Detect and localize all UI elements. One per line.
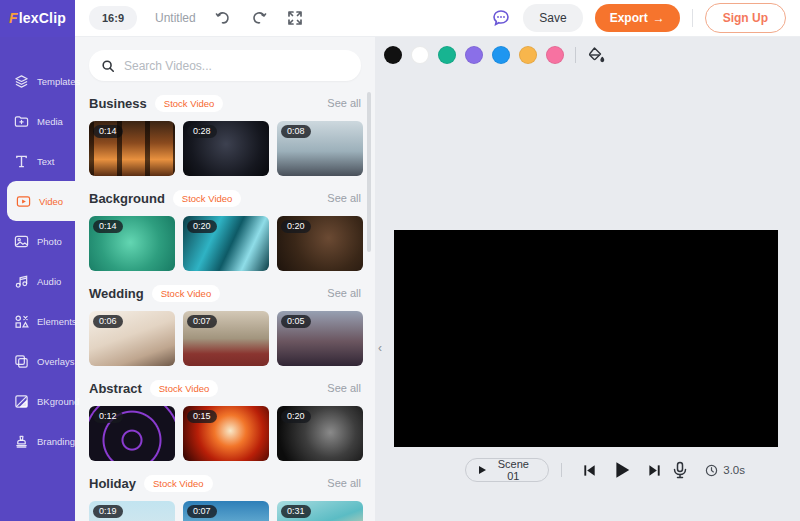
video-thumbnail[interactable]: 0:19	[89, 501, 175, 521]
music-note-icon	[13, 273, 29, 289]
feedback-chat-icon[interactable]	[491, 8, 511, 28]
aspect-ratio-button[interactable]: 16:9	[89, 6, 137, 30]
color-swatch-5[interactable]	[492, 46, 510, 64]
video-thumbnail[interactable]: 0:20	[277, 406, 363, 461]
clock-icon	[705, 464, 718, 477]
sidebar-item-label: Media	[37, 116, 63, 127]
sidebar-item-photo[interactable]: Photo	[0, 221, 75, 261]
section-header: Holiday Stock Video See all	[89, 473, 361, 493]
video-thumbnail[interactable]: 0:08	[277, 121, 363, 176]
flexclip-logo[interactable]: FlexClip	[0, 0, 75, 37]
export-button[interactable]: Export→	[595, 4, 680, 32]
left-sidebar: Templates Media Text Video Photo Audio E…	[0, 37, 75, 521]
section-title: Business	[89, 96, 147, 111]
color-swatch-6[interactable]	[519, 46, 537, 64]
stock-video-badge: Stock Video	[173, 190, 242, 207]
search-box[interactable]	[89, 50, 361, 81]
sidebar-item-templates[interactable]: Templates	[0, 61, 75, 101]
skip-next-icon[interactable]	[645, 459, 666, 481]
thumbnail-row: 0:14 0:20 0:20	[89, 216, 361, 271]
swatch-divider	[575, 47, 576, 63]
sidebar-item-media[interactable]: Media	[0, 101, 75, 141]
video-section: Holiday Stock Video See all 0:19 0:07 0:…	[75, 473, 375, 521]
project-title[interactable]: Untitled	[155, 11, 196, 25]
video-thumbnail[interactable]: 0:07	[183, 501, 269, 521]
duration-badge: 0:06	[93, 315, 123, 328]
video-thumbnail[interactable]: 0:31	[277, 501, 363, 521]
thumbnail-row: 0:19 0:07 0:31	[89, 501, 361, 521]
play-icon[interactable]	[612, 459, 633, 481]
duration-badge: 0:08	[281, 125, 311, 138]
logo-text: lexClip	[19, 10, 66, 26]
section-header: Wedding Stock Video See all	[89, 283, 361, 303]
section-header: Background Stock Video See all	[89, 188, 361, 208]
search-input[interactable]	[124, 59, 349, 73]
video-thumbnail[interactable]: 0:15	[183, 406, 269, 461]
see-all-link[interactable]: See all	[327, 382, 361, 394]
color-swatch-4[interactable]	[465, 46, 483, 64]
stamp-icon	[13, 433, 29, 449]
video-thumbnail[interactable]: 0:14	[89, 121, 175, 176]
video-thumbnail[interactable]: 0:28	[183, 121, 269, 176]
sidebar-item-bkground[interactable]: BKground	[0, 381, 75, 421]
undo-icon[interactable]	[214, 9, 232, 27]
sidebar-item-audio[interactable]: Audio	[0, 261, 75, 301]
panel-scrollbar[interactable]	[367, 92, 371, 252]
video-section: Wedding Stock Video See all 0:06 0:07 0:…	[75, 283, 375, 366]
thumbnail-row: 0:12 0:15 0:20	[89, 406, 361, 461]
duration-badge: 0:14	[93, 125, 123, 138]
video-thumbnail[interactable]: 0:06	[89, 311, 175, 366]
video-thumbnail[interactable]: 0:12	[89, 406, 175, 461]
color-swatch-3[interactable]	[438, 46, 456, 64]
sidebar-item-elements[interactable]: Elements	[0, 301, 75, 341]
save-button[interactable]: Save	[523, 4, 582, 32]
fill-color-bucket-icon[interactable]	[587, 46, 605, 64]
redo-icon[interactable]	[250, 9, 268, 27]
shapes-icon	[13, 313, 29, 329]
playback-controls: Scene 01 3.0s	[375, 455, 800, 485]
sidebar-item-label: BKground	[37, 396, 79, 407]
skip-previous-icon[interactable]	[580, 459, 601, 481]
video-thumbnail[interactable]: 0:20	[277, 216, 363, 271]
scene-selector-button[interactable]: Scene 01	[465, 458, 549, 482]
duration-badge: 0:07	[187, 315, 217, 328]
folder-plus-icon	[13, 113, 29, 129]
microphone-icon[interactable]	[671, 461, 689, 479]
see-all-link[interactable]: See all	[327, 192, 361, 204]
duration-badge: 0:20	[187, 220, 217, 233]
sidebar-item-label: Photo	[37, 236, 62, 247]
sidebar-item-overlays[interactable]: Overlays	[0, 341, 75, 381]
see-all-link[interactable]: See all	[327, 477, 361, 489]
photo-icon	[13, 233, 29, 249]
text-icon	[13, 153, 29, 169]
sidebar-item-branding[interactable]: Branding	[0, 421, 75, 461]
color-swatch-7[interactable]	[546, 46, 564, 64]
clip-duration-control[interactable]: 3.0s	[705, 464, 745, 477]
sign-up-button[interactable]: Sign Up	[705, 3, 786, 33]
video-thumbnail[interactable]: 0:20	[183, 216, 269, 271]
section-title: Wedding	[89, 286, 144, 301]
color-swatch-1[interactable]	[384, 46, 402, 64]
fullscreen-icon[interactable]	[286, 9, 304, 27]
clip-duration-value: 3.0s	[723, 464, 745, 476]
see-all-link[interactable]: See all	[327, 97, 361, 109]
video-thumbnail[interactable]: 0:14	[89, 216, 175, 271]
color-swatch-2[interactable]	[411, 46, 429, 64]
sidebar-item-text[interactable]: Text	[0, 141, 75, 181]
duration-badge: 0:28	[187, 125, 217, 138]
video-sections: Business Stock Video See all 0:14 0:28 0…	[75, 93, 375, 521]
duration-badge: 0:31	[281, 505, 311, 518]
sidebar-item-label: Text	[37, 156, 54, 167]
see-all-link[interactable]: See all	[327, 287, 361, 299]
sidebar-item-video[interactable]: Video	[7, 181, 75, 221]
video-thumbnail[interactable]: 0:05	[277, 311, 363, 366]
panel-collapse-button[interactable]: ‹	[373, 335, 387, 361]
thumbnail-row: 0:06 0:07 0:05	[89, 311, 361, 366]
controls-divider	[561, 463, 562, 477]
video-thumbnail[interactable]: 0:07	[183, 311, 269, 366]
duration-badge: 0:12	[93, 410, 123, 423]
section-header: Business Stock Video See all	[89, 93, 361, 113]
stock-video-badge: Stock Video	[152, 285, 221, 302]
video-preview-canvas[interactable]	[394, 230, 778, 447]
duration-badge: 0:07	[187, 505, 217, 518]
